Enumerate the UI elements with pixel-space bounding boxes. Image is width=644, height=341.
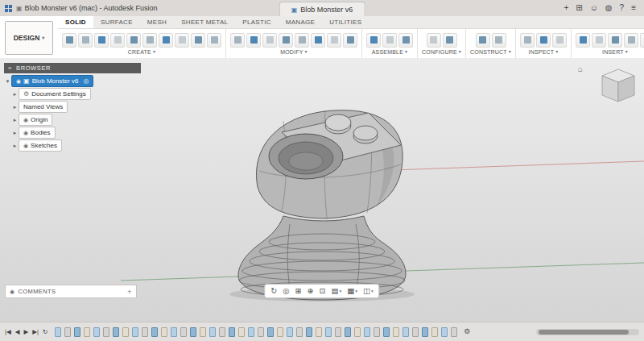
- tool-icon[interactable]: [343, 33, 357, 48]
- tool-icon[interactable]: [398, 33, 413, 48]
- timeline-feature[interactable]: [142, 327, 148, 337]
- viewports-icon[interactable]: ◫▾: [363, 287, 374, 295]
- timeline-feature[interactable]: [103, 327, 109, 337]
- profile-icon[interactable]: ☺: [590, 4, 598, 12]
- visibility-eye-icon[interactable]: ◉: [16, 78, 21, 84]
- timeline-feature[interactable]: [393, 327, 399, 337]
- tool-icon[interactable]: [142, 33, 157, 48]
- timeline-feature[interactable]: [383, 327, 390, 337]
- document-tab[interactable]: ▣ Blob Monster v6: [279, 2, 365, 17]
- tool-icon[interactable]: [382, 33, 397, 48]
- timeline-feature[interactable]: [412, 327, 419, 337]
- timeline-feature[interactable]: [171, 327, 177, 337]
- go-to-beginning-button[interactable]: |◀: [5, 328, 11, 335]
- timeline-feature[interactable]: [345, 327, 351, 337]
- zoom-icon[interactable]: ⊕: [308, 287, 314, 295]
- workspace-selector-button[interactable]: DESIGN ▾: [5, 21, 53, 55]
- tab-plastic[interactable]: PLASTIC: [235, 16, 278, 28]
- timeline-scrollbar-handle[interactable]: [539, 330, 629, 335]
- tool-icon[interactable]: [230, 33, 245, 48]
- tool-icon[interactable]: [492, 33, 506, 48]
- orbit-icon[interactable]: ↻: [270, 287, 277, 295]
- timeline-feature[interactable]: [441, 327, 448, 337]
- replay-button[interactable]: ↻: [43, 328, 47, 335]
- browser-item[interactable]: ◉Sketches: [19, 139, 62, 152]
- timeline-feature[interactable]: [180, 327, 187, 337]
- timeline-feature[interactable]: [219, 327, 225, 337]
- browser-item[interactable]: ◉Origin: [19, 114, 52, 126]
- pan-icon[interactable]: ⊞: [295, 287, 302, 295]
- timeline-feature[interactable]: [402, 327, 409, 337]
- tool-icon[interactable]: [443, 33, 457, 48]
- timeline-feature[interactable]: [325, 327, 332, 337]
- timeline-feature[interactable]: [277, 327, 283, 337]
- grid-settings-icon[interactable]: ▦▾: [347, 287, 357, 295]
- tab-surface[interactable]: SURFACE: [93, 16, 140, 28]
- tool-icon[interactable]: [246, 33, 261, 48]
- visibility-eye-icon[interactable]: ◉: [23, 117, 28, 123]
- help-icon[interactable]: ?: [620, 4, 625, 12]
- timeline-feature[interactable]: [354, 327, 361, 337]
- tab-solid[interactable]: SOLID: [58, 16, 93, 28]
- tool-icon[interactable]: [295, 33, 309, 48]
- timeline-feature[interactable]: [238, 327, 245, 337]
- step-back-button[interactable]: ◀: [15, 328, 20, 335]
- tree-arrow-icon[interactable]: ▸: [11, 91, 19, 98]
- tree-arrow-icon[interactable]: ▸: [11, 143, 19, 149]
- collapse-panel-icon[interactable]: «: [8, 64, 12, 72]
- tool-icon[interactable]: [520, 33, 535, 48]
- ribbon-group-label[interactable]: CONSTRUCT▾: [470, 49, 511, 55]
- tool-icon[interactable]: [366, 33, 381, 48]
- tab-mesh[interactable]: MESH: [140, 16, 174, 28]
- timeline-feature[interactable]: [422, 327, 428, 337]
- browser-item[interactable]: Named Views: [19, 101, 68, 113]
- ribbon-group-label[interactable]: INSPECT▾: [529, 49, 559, 55]
- timeline-feature[interactable]: [258, 327, 264, 337]
- timeline-feature[interactable]: [374, 327, 380, 337]
- tab-utilities[interactable]: UTILITIES: [322, 16, 369, 28]
- timeline-feature[interactable]: [74, 327, 80, 337]
- tool-icon[interactable]: [552, 33, 567, 48]
- timeline-feature[interactable]: [296, 327, 303, 337]
- timeline-feature[interactable]: [316, 327, 322, 337]
- timeline-feature[interactable]: [161, 327, 167, 337]
- tool-icon[interactable]: [427, 33, 441, 48]
- tool-icon[interactable]: [262, 33, 277, 48]
- tool-icon[interactable]: [279, 33, 293, 48]
- tool-icon[interactable]: [576, 33, 590, 48]
- timeline-feature[interactable]: [200, 327, 206, 337]
- ribbon-group-label[interactable]: CONFIGURE▾: [422, 49, 461, 55]
- ribbon-group-label[interactable]: ASSEMBLE▾: [372, 49, 408, 55]
- go-to-end-button[interactable]: ▶|: [32, 328, 39, 335]
- viewcube[interactable]: ⌂: [578, 63, 639, 110]
- ribbon-group-label[interactable]: CREATE▾: [128, 49, 155, 55]
- tool-icon[interactable]: [110, 33, 125, 48]
- timeline-feature[interactable]: [287, 327, 293, 337]
- tree-arrow-icon[interactable]: ▾: [4, 78, 11, 85]
- display-settings-icon[interactable]: ▤▾: [331, 287, 341, 295]
- tool-icon[interactable]: [476, 33, 490, 48]
- tool-icon[interactable]: [640, 33, 644, 48]
- tool-icon[interactable]: [78, 33, 93, 48]
- play-button[interactable]: ▶: [24, 328, 29, 335]
- ribbon-group-label[interactable]: MODIFY▾: [280, 49, 308, 55]
- timeline-feature[interactable]: [209, 327, 216, 337]
- timeline-feature[interactable]: [306, 327, 312, 337]
- tool-icon[interactable]: [191, 33, 205, 48]
- tool-icon[interactable]: [159, 33, 173, 48]
- tool-icon[interactable]: [624, 33, 638, 48]
- add-comment-icon[interactable]: +: [127, 288, 132, 296]
- browser-item[interactable]: ⚙Document Settings: [19, 88, 91, 100]
- timeline-feature[interactable]: [451, 327, 457, 337]
- activate-component-radio-icon[interactable]: ◎: [83, 78, 89, 85]
- tree-arrow-icon[interactable]: ▸: [11, 130, 19, 136]
- timeline-feature[interactable]: [248, 327, 254, 337]
- look-at-icon[interactable]: ◎: [283, 287, 289, 295]
- tool-icon[interactable]: [536, 33, 551, 48]
- timeline-feature[interactable]: [267, 327, 274, 337]
- tool-icon[interactable]: [94, 33, 109, 48]
- timeline-feature[interactable]: [113, 327, 119, 337]
- timeline-feature[interactable]: [132, 327, 138, 337]
- browser-header[interactable]: « BROWSER: [4, 63, 141, 73]
- timeline-feature[interactable]: [93, 327, 100, 337]
